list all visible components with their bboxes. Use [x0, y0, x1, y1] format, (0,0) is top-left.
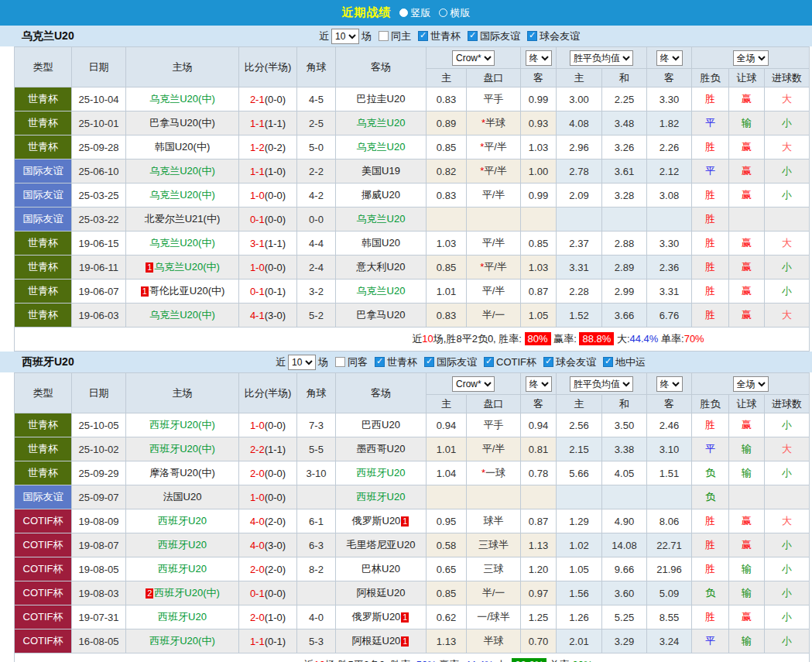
summary-part: 50%: [416, 659, 437, 662]
filter-checkbox-地中运[interactable]: [603, 357, 613, 367]
filter-checkbox-世青杯[interactable]: [375, 357, 385, 367]
avg-home-odds: 2.28: [557, 280, 602, 304]
filter-checkbox-label[interactable]: 世青杯: [430, 29, 461, 43]
handicap-line: 半/一: [467, 581, 521, 605]
away-team-name: 乌克兰U20: [357, 285, 406, 297]
col-avg-away: 客: [647, 69, 692, 87]
avg-draw-odds: 3.48: [602, 111, 647, 135]
handicap-line: *平/半: [467, 159, 521, 184]
filter-checkbox-label[interactable]: 同客: [348, 355, 368, 369]
full-time-score: 1-0: [250, 420, 265, 431]
corner-score: 6-1: [297, 509, 336, 533]
handicap-text: 一球: [485, 467, 505, 478]
half-time-score: (1-1): [265, 238, 286, 249]
match-row: 世青杯25-10-04乌克兰U20(中)2-1(0-0)4-5巴拉圭U200.8…: [15, 87, 810, 111]
result-handicap: 赢: [729, 413, 765, 437]
odds-company-select[interactable]: Crow*: [452, 50, 495, 66]
filter-checkbox-COTIF杯[interactable]: [484, 357, 494, 367]
filter-checkbox-label[interactable]: 国际友谊: [480, 29, 520, 43]
full-time-score: 1-2: [250, 142, 265, 153]
result-wdl: 胜: [692, 304, 729, 328]
filter-checkbox-label[interactable]: 同主: [391, 29, 411, 43]
match-score: 1-0(0-0): [239, 485, 297, 509]
layout-vertical-label[interactable]: 竖版: [411, 6, 431, 20]
away-team-name: 乌克兰U20: [357, 117, 406, 129]
match-row: 世青杯19-06-15乌克兰U20(中)3-1(1-1)4-4韩国U201.03…: [15, 232, 810, 256]
filter-checkbox-国际友谊[interactable]: [468, 31, 478, 41]
col-handicap: 盘口: [467, 69, 521, 87]
full-time-score: 2-0: [250, 468, 265, 479]
match-date: 25-10-04: [72, 87, 126, 111]
filter-checkbox-同主[interactable]: [379, 31, 389, 41]
result-wdl: 胜: [692, 533, 729, 557]
filter-checkbox-label[interactable]: COTIF杯: [496, 355, 536, 369]
col-away: 客场: [336, 47, 427, 87]
home-team-name: 摩洛哥U20(中): [149, 467, 215, 478]
col-score: 比分(半场): [239, 373, 297, 413]
summary-part: 10: [422, 333, 433, 345]
home-team: 1乌克兰U20(中): [126, 256, 239, 280]
filter-checkbox-国际友谊[interactable]: [424, 357, 434, 367]
col-away: 客场: [336, 373, 427, 413]
match-date: 25-03-25: [72, 184, 126, 208]
avg-odds-select[interactable]: 胜平负均值: [570, 376, 633, 392]
full-time-score: 1-1: [250, 166, 265, 177]
odds-time-select[interactable]: 终: [526, 50, 552, 66]
result-wdl: 胜: [692, 256, 729, 280]
half-time-score: (2-0): [265, 564, 286, 575]
filter-checkbox-label[interactable]: 世青杯: [387, 355, 417, 369]
full-time-score: 2-0: [250, 564, 265, 575]
match-type-badge: 世青杯: [15, 87, 72, 111]
summary-part: 单率:: [658, 333, 684, 345]
match-row: 国际友谊25-06-10乌克兰U20(中)1-1(1-0)2-2美国U190.8…: [15, 159, 810, 184]
avg-draw-odds: 3.60: [602, 581, 647, 605]
odds-time-select[interactable]: 终: [526, 376, 552, 392]
away-odds: 0.70: [521, 629, 557, 653]
home-odds: [427, 208, 467, 232]
filter-checkbox-label[interactable]: 国际友谊: [437, 355, 477, 369]
avg-home-odds: 1.29: [557, 509, 602, 533]
avg-away-odds: 2.36: [647, 256, 692, 280]
home-team-name: 哥伦比亚U20(中): [149, 285, 225, 297]
match-date: 25-10-05: [72, 413, 126, 437]
result-handicap: 输: [729, 461, 765, 485]
avg-home-odds: 1.26: [557, 605, 602, 629]
recent-count-select[interactable]: 10: [288, 355, 316, 370]
layout-horizontal-radio[interactable]: [439, 9, 447, 17]
layout-horizontal-label[interactable]: 横版: [451, 6, 471, 20]
summary-part: 70%: [684, 333, 704, 345]
match-type-badge: 世青杯: [15, 256, 72, 280]
odds-company-select[interactable]: Crow*: [452, 376, 495, 392]
filter-checkbox-label[interactable]: 地中运: [615, 355, 646, 369]
home-team: 巴拿马U20(中): [126, 111, 239, 135]
away-team: 毛里塔尼亚U20: [336, 533, 427, 557]
col-avg-home: 主: [557, 69, 602, 87]
avg-odds-select[interactable]: 胜平负均值: [570, 50, 633, 66]
filter-checkbox-同客[interactable]: [335, 357, 345, 367]
avg-draw-odds: 2.25: [602, 87, 647, 111]
scope-select[interactable]: 全场: [733, 376, 769, 392]
result-goals: 大: [765, 232, 810, 256]
rank-badge: 1: [401, 636, 409, 647]
recent-label: 近: [319, 29, 329, 43]
match-type-badge: 国际友谊: [15, 485, 72, 509]
filter-checkbox-世青杯[interactable]: [418, 31, 428, 41]
handicap-line: 平/半: [467, 437, 521, 461]
scope-select[interactable]: 全场: [733, 50, 769, 66]
match-row: 世青杯19-06-03乌克兰U20(中)4-1(3-0)5-2巴拿马U200.8…: [15, 304, 810, 328]
avg-time-select[interactable]: 终: [656, 50, 683, 66]
corner-score: 2-4: [297, 256, 336, 280]
match-score: 2-0(0-0): [239, 461, 297, 485]
result-handicap: 赢: [729, 232, 765, 256]
layout-vertical-radio[interactable]: [399, 9, 408, 17]
col-odds-away: 客: [521, 395, 557, 413]
filter-checkbox-球会友谊[interactable]: [543, 357, 553, 367]
avg-home-odds: 2.56: [557, 413, 602, 437]
recent-count-select[interactable]: 10: [331, 29, 359, 44]
avg-time-select[interactable]: 终: [656, 376, 683, 392]
handicap-text: 球半: [484, 515, 504, 527]
filter-checkbox-球会友谊[interactable]: [527, 31, 537, 41]
filter-checkbox-label[interactable]: 球会友谊: [556, 355, 596, 369]
corner-score: 7-3: [297, 413, 336, 437]
filter-checkbox-label[interactable]: 球会友谊: [540, 29, 580, 43]
